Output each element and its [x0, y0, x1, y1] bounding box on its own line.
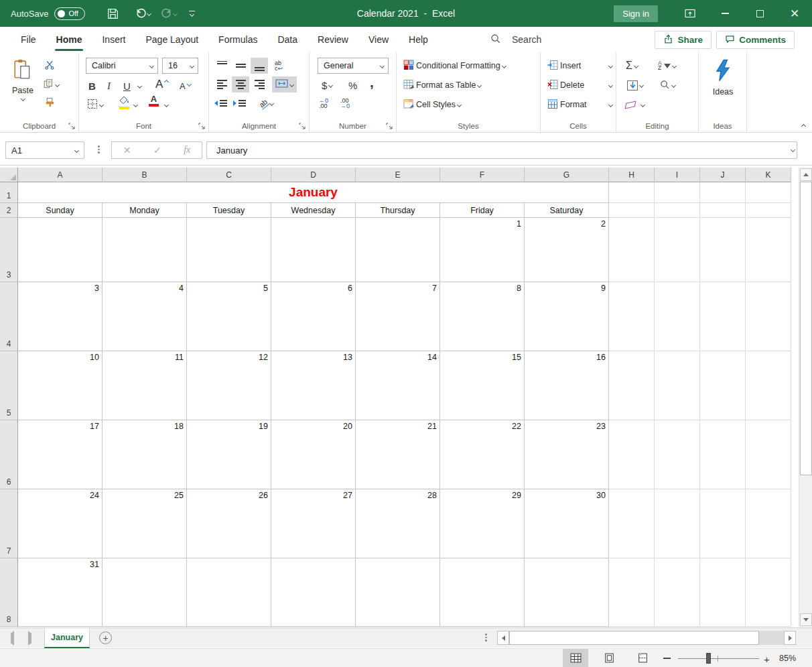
tab-scrollbar-split-handle[interactable] [485, 633, 487, 642]
align-right-button[interactable] [251, 76, 268, 93]
tab-review[interactable]: Review [308, 27, 358, 52]
horizontal-scrollbar-track[interactable] [759, 631, 784, 645]
top-align-button[interactable] [213, 58, 230, 74]
cell-B2[interactable]: Monday [103, 203, 187, 218]
cell-K2[interactable] [746, 203, 791, 218]
tab-insert[interactable]: Insert [92, 27, 135, 52]
format-painter-button[interactable] [44, 95, 56, 111]
cell-F3[interactable]: 1 [440, 218, 525, 282]
zoom-level[interactable]: 85% [779, 654, 796, 663]
cell-K7[interactable] [746, 489, 791, 558]
cell-E7[interactable]: 28 [356, 489, 440, 558]
insert-cells-button[interactable]: Insert [547, 58, 581, 74]
number-dialog-launcher-icon[interactable] [386, 122, 393, 129]
cell-B7[interactable]: 25 [103, 489, 187, 558]
cell-G5[interactable]: 16 [525, 351, 609, 420]
cell-G6[interactable]: 23 [525, 420, 609, 489]
name-box[interactable]: A1 [5, 141, 84, 159]
cell-H5[interactable] [609, 351, 655, 420]
cell-K4[interactable] [746, 282, 791, 351]
maximize-button[interactable] [742, 0, 777, 27]
center-button[interactable] [232, 76, 249, 93]
cell-E8[interactable] [356, 558, 440, 627]
select-all-corner[interactable] [0, 168, 18, 182]
cell-I7[interactable] [655, 489, 700, 558]
cell-A7[interactable]: 24 [18, 489, 103, 558]
cell-G2[interactable]: Saturday [525, 203, 609, 218]
cell-F7[interactable]: 29 [440, 489, 525, 558]
cell-E5[interactable]: 14 [356, 351, 440, 420]
tab-file[interactable]: File [11, 27, 46, 52]
cell-C4[interactable]: 5 [187, 282, 271, 351]
zoom-out-icon[interactable] [663, 658, 671, 659]
previous-sheet-arrow-icon[interactable] [11, 633, 14, 643]
col-header-A[interactable]: A [18, 168, 103, 182]
cell-H8[interactable] [609, 558, 655, 627]
row-header-1[interactable]: 1 [0, 182, 18, 203]
enter-check-icon[interactable]: ✓ [153, 145, 161, 156]
cell-A8[interactable]: 31 [18, 558, 103, 627]
cell-G4[interactable]: 9 [525, 282, 609, 351]
cell-K8[interactable] [746, 558, 791, 627]
cell-C7[interactable]: 26 [187, 489, 271, 558]
cell-H1[interactable] [609, 182, 655, 203]
cell-K5[interactable] [746, 351, 791, 420]
cell-A1-month-title[interactable]: January [18, 182, 609, 203]
redo-button[interactable] [160, 7, 177, 20]
formula-input[interactable]: January [206, 141, 797, 159]
cell-I8[interactable] [655, 558, 700, 627]
tab-view[interactable]: View [358, 27, 399, 52]
tab-help[interactable]: Help [399, 27, 438, 52]
cell-B8[interactable] [103, 558, 187, 627]
sheet-tab-january[interactable]: January [44, 628, 90, 648]
ideas-button[interactable]: Ideas [707, 56, 739, 121]
row-header-6[interactable]: 6 [0, 420, 18, 489]
autosum-button[interactable]: Σ [626, 58, 638, 74]
col-header-D[interactable]: D [271, 168, 356, 182]
cell-G3[interactable]: 2 [525, 218, 609, 282]
clear-button[interactable] [626, 97, 645, 113]
cell-B6[interactable]: 18 [103, 420, 187, 489]
bottom-align-button[interactable] [251, 58, 268, 74]
comma-style-button[interactable]: , [370, 74, 374, 90]
zoom-in-icon[interactable]: + [764, 654, 770, 665]
cell-E4[interactable]: 7 [356, 282, 440, 351]
cell-D7[interactable]: 27 [271, 489, 356, 558]
font-color-dropdown-icon[interactable] [164, 103, 169, 107]
cell-A4[interactable]: 3 [18, 282, 103, 351]
cell-H4[interactable] [609, 282, 655, 351]
cell-E3[interactable] [356, 218, 440, 282]
copy-button[interactable] [43, 76, 59, 93]
row-header-3[interactable]: 3 [0, 218, 18, 282]
cell-F4[interactable]: 8 [440, 282, 525, 351]
font-name-select[interactable]: Calibri [86, 58, 158, 74]
sort-and-filter-button[interactable]: A Z [658, 58, 676, 74]
tab-formulas[interactable]: Formulas [208, 27, 267, 52]
cell-I1[interactable] [655, 182, 700, 203]
fill-color-dropdown-icon[interactable] [133, 103, 138, 107]
accounting-format-button[interactable]: $ [322, 77, 332, 93]
new-sheet-button[interactable]: + [99, 631, 112, 644]
tab-home[interactable]: Home [46, 27, 92, 52]
format-as-table-button[interactable]: Format as Table [403, 77, 481, 93]
cell-E6[interactable]: 21 [356, 420, 440, 489]
col-header-C[interactable]: C [187, 168, 271, 182]
col-header-K[interactable]: K [746, 168, 791, 182]
fill-button[interactable] [627, 77, 643, 93]
cell-D5[interactable]: 13 [271, 351, 356, 420]
customize-quick-access-toolbar-icon[interactable] [189, 11, 195, 16]
undo-button[interactable] [134, 7, 151, 20]
col-header-H[interactable]: H [609, 168, 655, 182]
row-header-2[interactable]: 2 [0, 203, 18, 218]
cell-I3[interactable] [655, 218, 700, 282]
col-header-F[interactable]: F [440, 168, 525, 182]
page-layout-view-button[interactable] [596, 649, 622, 667]
row-header-5[interactable]: 5 [0, 351, 18, 420]
cell-H6[interactable] [609, 420, 655, 489]
format-cells-button[interactable]: Format [547, 97, 587, 113]
delete-cells-button[interactable]: Delete [547, 77, 584, 93]
cell-C3[interactable] [187, 218, 271, 282]
conditional-formatting-button[interactable]: Conditional Formatting [403, 58, 506, 74]
cut-button[interactable] [44, 58, 55, 74]
scroll-left-arrow-icon[interactable] [497, 631, 509, 645]
